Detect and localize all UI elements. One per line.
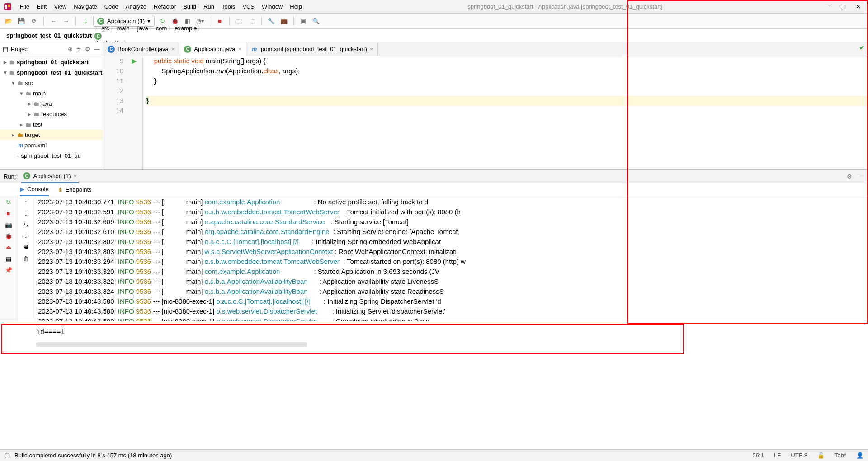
- project-view-icon[interactable]: ▤: [3, 46, 8, 52]
- minimize-icon[interactable]: —: [825, 3, 830, 10]
- horizontal-scrollbar[interactable]: [36, 342, 307, 347]
- project-label[interactable]: Project: [11, 46, 29, 52]
- lock-icon[interactable]: 🔓: [817, 452, 825, 459]
- close-icon[interactable]: ✕: [856, 3, 861, 10]
- stop-icon[interactable]: ■: [215, 16, 225, 26]
- menu-bar: FileEditViewNavigateCodeAnalyzeRefactorB…: [0, 0, 868, 14]
- hide-icon[interactable]: —: [94, 46, 100, 52]
- editor-tab[interactable]: CBookController.java×: [103, 42, 179, 56]
- refresh-icon[interactable]: ⟳: [29, 16, 39, 26]
- breadcrumb-item[interactable]: java: [137, 25, 149, 32]
- wrap-icon[interactable]: ⇆: [24, 221, 28, 228]
- project-tree[interactable]: ▸🖿springboot_01_quickstart▾🖿springboot_t…: [0, 56, 103, 169]
- window-title: springboot_01_quickstart - Application.j…: [306, 3, 825, 10]
- project-tool-window: ▤ Project ⊕ ≑ ⚙ — ▸🖿springboot_01_quicks…: [0, 42, 103, 169]
- back-icon[interactable]: ←: [48, 16, 58, 26]
- inspector-icon[interactable]: 👤: [856, 452, 863, 459]
- print-icon[interactable]: 🖶: [23, 244, 29, 251]
- menu-edit[interactable]: Edit: [33, 3, 50, 10]
- inspection-ok-icon[interactable]: ✔: [859, 44, 864, 51]
- breadcrumb-item[interactable]: main: [116, 25, 131, 32]
- menu-view[interactable]: View: [50, 3, 70, 10]
- tree-node-resources[interactable]: ▸🖿resources: [0, 109, 103, 119]
- tree-node-java[interactable]: ▸🖿java: [0, 99, 103, 109]
- stack-icon[interactable]: ⬚: [247, 16, 257, 26]
- menu-refactor[interactable]: Refactor: [150, 3, 179, 10]
- svg-rect-2: [8, 5, 10, 7]
- status-message: Build completed successfully in 8 s 457 …: [14, 452, 172, 459]
- locate-icon[interactable]: ⊕: [68, 46, 73, 52]
- menu-window[interactable]: Window: [258, 3, 286, 10]
- menu-help[interactable]: Help: [286, 3, 306, 10]
- breadcrumb-root[interactable]: springboot_test_01_quickstart: [5, 32, 93, 39]
- menu-code[interactable]: Code: [101, 3, 122, 10]
- settings-icon[interactable]: ⚙: [85, 46, 90, 52]
- tree-node-src[interactable]: ▾🖿src: [0, 78, 103, 88]
- gear-icon[interactable]: ⚙: [847, 173, 852, 180]
- editor-tabs: CBookController.java×CApplication.java×m…: [103, 42, 868, 56]
- debug-attach-icon[interactable]: 🐞: [5, 233, 12, 240]
- breadcrumb-item[interactable]: src: [100, 25, 110, 32]
- code-area[interactable]: public static void main(String[] args) {…: [143, 56, 868, 169]
- editor-tab[interactable]: mpom.xml (springboot_test_01_quickstart)…: [246, 42, 378, 56]
- console-output[interactable]: 2023-07-13 10:40:30.771 INFO 9536 --- [ …: [35, 196, 868, 321]
- exit-icon[interactable]: ⏏: [6, 244, 11, 251]
- down-icon[interactable]: ↓: [24, 210, 28, 217]
- briefcase-icon[interactable]: 💼: [279, 16, 289, 26]
- maximize-icon[interactable]: ▢: [840, 3, 846, 10]
- pin-icon[interactable]: 📌: [5, 267, 12, 273]
- scroll-icon[interactable]: ⤓: [24, 233, 28, 240]
- attach-icon[interactable]: ⬚: [234, 16, 244, 26]
- tree-node-test[interactable]: ▸🖿test: [0, 119, 103, 130]
- dump-icon[interactable]: 📷: [5, 221, 12, 228]
- indent-setting[interactable]: Tab*: [835, 452, 846, 459]
- svg-rect-1: [5, 5, 7, 9]
- build-icon[interactable]: ⇩: [80, 16, 90, 26]
- menu-build[interactable]: Build: [179, 3, 200, 10]
- console-side-toolbar: ↑ ↓ ⇆ ⤓ 🖶 🗑: [17, 196, 35, 321]
- run-tool-window: Run: CApplication (1)× ⚙ — ▶Console ⋔End…: [0, 170, 868, 321]
- breadcrumb: springboot_test_01_quickstart 〉src〉main〉…: [0, 29, 868, 42]
- svg-rect-0: [4, 3, 11, 10]
- clear-icon[interactable]: 🗑: [23, 255, 29, 262]
- expand-icon[interactable]: ≑: [76, 46, 81, 52]
- menu-file[interactable]: File: [16, 3, 33, 10]
- layout-run-icon[interactable]: ▤: [6, 255, 11, 262]
- caret-position[interactable]: 26:1: [753, 452, 764, 459]
- tree-node-main[interactable]: ▾🖿main: [0, 88, 103, 99]
- console-id-output: id====1: [0, 321, 868, 340]
- search-icon[interactable]: 🔍: [311, 16, 321, 26]
- open-icon[interactable]: 📂: [4, 16, 14, 26]
- rerun-icon[interactable]: ↻: [6, 199, 11, 206]
- menu-tools[interactable]: Tools: [218, 3, 239, 10]
- gutter[interactable]: 9▶1011121314: [103, 56, 143, 169]
- stop-run-icon[interactable]: ■: [7, 210, 10, 217]
- forward-icon[interactable]: →: [61, 16, 71, 26]
- tree-node-springboot-test-01-qu[interactable]: ▫springboot_test_01_qu: [0, 151, 103, 161]
- tree-node-springboot-test-01-quickstart[interactable]: ▾🖿springboot_test_01_quickstart: [0, 67, 103, 78]
- console-tab[interactable]: ▶Console: [20, 183, 49, 196]
- file-encoding[interactable]: UTF-8: [791, 452, 807, 459]
- menu-run[interactable]: Run: [200, 3, 218, 10]
- endpoints-tab[interactable]: ⋔Endpoints: [58, 183, 92, 196]
- editor-tab[interactable]: CApplication.java×: [179, 42, 246, 56]
- menu-navigate[interactable]: Navigate: [70, 3, 100, 10]
- app-logo-icon: [4, 3, 12, 11]
- line-separator[interactable]: LF: [774, 452, 781, 459]
- menu-analyze[interactable]: Analyze: [122, 3, 150, 10]
- up-icon[interactable]: ↑: [24, 199, 28, 206]
- breadcrumb-item[interactable]: com: [155, 25, 168, 32]
- run-side-toolbar: ↻ ■ 📷 🐞 ⏏ ▤ 📌: [0, 196, 17, 321]
- wrench-icon[interactable]: 🔧: [266, 16, 276, 26]
- status-panel-icon[interactable]: ▢: [5, 452, 10, 459]
- breadcrumb-item[interactable]: example: [174, 25, 198, 32]
- layout-icon[interactable]: ▣: [298, 16, 308, 26]
- tree-node-pom-xml[interactable]: mpom.xml: [0, 140, 103, 151]
- run-tab[interactable]: CApplication (1)×: [21, 170, 79, 183]
- menu-vcs[interactable]: VCS: [239, 3, 258, 10]
- minimize-panel-icon[interactable]: —: [859, 173, 864, 180]
- editor: CBookController.java×CApplication.java×m…: [103, 42, 868, 169]
- tree-node-springboot-01-quickstart[interactable]: ▸🖿springboot_01_quickstart: [0, 57, 103, 67]
- save-icon[interactable]: 💾: [16, 16, 26, 26]
- tree-node-target[interactable]: ▸🖿target: [0, 130, 103, 140]
